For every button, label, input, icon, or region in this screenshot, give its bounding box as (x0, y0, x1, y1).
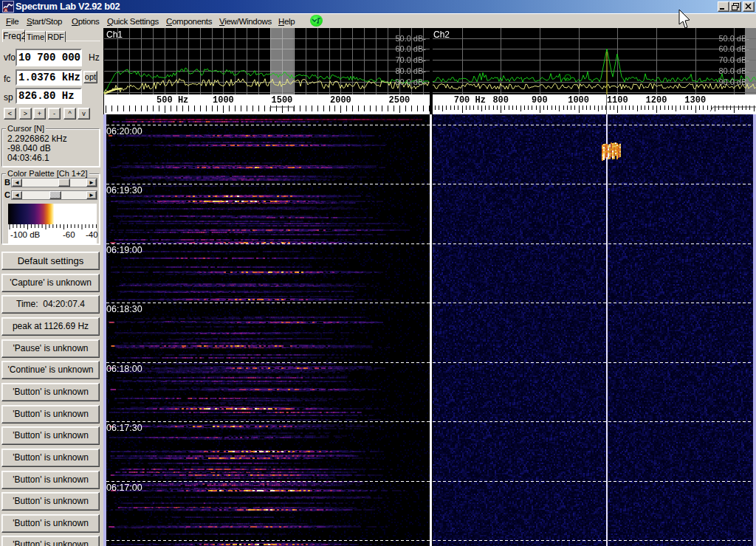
svg-text:A: A (4, 8, 7, 13)
